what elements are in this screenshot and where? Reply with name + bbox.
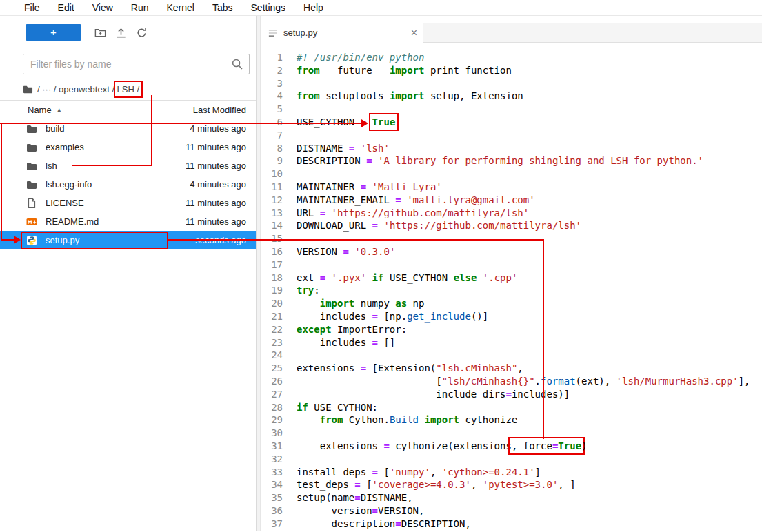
code-line-4[interactable]: 4from setuptools import setup, Extension: [261, 90, 762, 103]
code-text: setup(name=DISTNAME,: [297, 491, 413, 504]
code-line-8[interactable]: 8DISTNAME = 'lsh': [261, 142, 762, 155]
code-text: MAINTAINER_EMAIL = 'matti.lyra@gmail.com…: [297, 194, 535, 207]
code-line-18[interactable]: 18ext = '.pyx' if USE_CYTHON else '.cpp': [261, 272, 762, 285]
code-line-5[interactable]: 5: [261, 103, 762, 116]
code-text: from __future__ import print_function: [297, 64, 512, 77]
column-name[interactable]: Name: [28, 105, 52, 115]
new-launcher-button[interactable]: +: [26, 24, 81, 41]
line-number: 15: [261, 232, 283, 245]
line-number: 8: [261, 142, 283, 155]
line-number: 34: [261, 478, 283, 491]
code-text: DISTNAME = 'lsh': [297, 142, 390, 155]
code-line-22[interactable]: 22except ImportError:: [261, 323, 762, 336]
upload-icon[interactable]: [114, 26, 128, 39]
line-number: 36: [261, 504, 283, 518]
menu-edit[interactable]: Edit: [49, 2, 83, 13]
code-text: try:: [297, 284, 320, 297]
tab-setup-py[interactable]: setup.py ×: [261, 23, 423, 43]
menu-help[interactable]: Help: [294, 2, 332, 13]
line-number: 1: [261, 51, 283, 64]
code-text: from setuptools import setup, Extension: [297, 90, 523, 103]
code-line-37[interactable]: 37 description=DESCRIPTION,: [261, 518, 762, 531]
line-number: 17: [261, 258, 283, 272]
code-text: #! /usr/bin/env python: [297, 51, 424, 64]
file-row-setup.py[interactable]: setup.pyseconds ago: [0, 231, 256, 249]
code-line-19[interactable]: 19try:: [261, 284, 762, 297]
panel-splitter[interactable]: [256, 16, 261, 531]
code-line-21[interactable]: 21 includes = [np.get_include()]: [261, 310, 762, 323]
file-row-examples[interactable]: examples11 minutes ago: [0, 138, 256, 156]
code-line-35[interactable]: 35setup(name=DISTNAME,: [261, 491, 762, 504]
annotation-inline-box: True: [369, 113, 399, 131]
file-row-lsh[interactable]: lsh11 minutes ago: [0, 156, 256, 175]
code-line-17[interactable]: 17: [261, 258, 762, 272]
code-line-14[interactable]: 14DOWNLOAD_URL = 'https://github.com/mat…: [261, 219, 762, 232]
code-line-10[interactable]: 10: [261, 167, 762, 181]
code-text: DESCRIPTION = 'A library for performing …: [297, 154, 703, 167]
folder-icon: [26, 123, 37, 134]
menu-kernel[interactable]: Kernel: [157, 2, 203, 13]
code-line-24[interactable]: 24: [261, 349, 762, 362]
file-row-build[interactable]: build4 minutes ago: [0, 119, 256, 138]
search-icon: [230, 57, 244, 71]
file-browser-toolbar: +: [0, 24, 256, 41]
code-line-7[interactable]: 7: [261, 129, 762, 142]
code-line-28[interactable]: 28if USE_CYTHON:: [261, 401, 762, 414]
menu-tabs[interactable]: Tabs: [203, 2, 242, 13]
code-line-34[interactable]: 34test_deps = ['coverage>=4.0.3', 'pytes…: [261, 478, 762, 491]
code-line-3[interactable]: 3: [261, 77, 762, 90]
line-number: 3: [261, 77, 283, 90]
file-row-LICENSE[interactable]: LICENSE11 minutes ago: [0, 194, 256, 212]
file-modified: seconds ago: [195, 235, 246, 245]
file-modified: 11 minutes ago: [186, 161, 246, 171]
refresh-icon[interactable]: [135, 26, 148, 39]
file-modified: 4 minutes ago: [190, 123, 246, 134]
code-line-1[interactable]: 1#! /usr/bin/env python: [261, 51, 762, 64]
menu-run[interactable]: Run: [122, 2, 158, 13]
file-modified: 11 minutes ago: [186, 142, 246, 152]
code-line-33[interactable]: 33install_deps = ['numpy', 'cython>=0.24…: [261, 466, 762, 479]
code-line-36[interactable]: 36 version=VERSION,: [261, 504, 762, 518]
code-line-13[interactable]: 13URL = 'https://github.com/mattilyra/ls…: [261, 207, 762, 220]
line-number: 11: [261, 181, 283, 194]
code-line-6[interactable]: 6USE_CYTHON = True: [261, 116, 762, 129]
code-line-12[interactable]: 12MAINTAINER_EMAIL = 'matti.lyra@gmail.c…: [261, 194, 762, 207]
code-line-23[interactable]: 23 includes = []: [261, 336, 762, 349]
file-row-lsh.egg-info[interactable]: lsh.egg-info4 minutes ago: [0, 175, 256, 194]
code-line-31[interactable]: 31 extensions = cythonize(extensions, fo…: [261, 440, 762, 453]
code-line-25[interactable]: 25extensions = [Extension("lsh.cMinhash"…: [261, 362, 762, 375]
code-text: include_dirs=includes)]: [297, 388, 570, 401]
code-text: includes = []: [297, 336, 395, 349]
code-line-11[interactable]: 11MAINTAINER = 'Matti Lyra': [261, 181, 762, 194]
line-number: 13: [261, 207, 283, 220]
code-line-9[interactable]: 9DESCRIPTION = 'A library for performing…: [261, 154, 762, 167]
code-editor[interactable]: 1#! /usr/bin/env python2from __future__ …: [261, 43, 762, 531]
menu-settings[interactable]: Settings: [242, 2, 295, 13]
code-line-26[interactable]: 26 ["lsh/cMinhash{}".format(ext), 'lsh/M…: [261, 375, 762, 388]
breadcrumb-current-lsh[interactable]: LSH /: [114, 81, 143, 98]
filter-files-input[interactable]: [23, 59, 230, 70]
line-number: 4: [261, 90, 283, 103]
code-line-27[interactable]: 27 include_dirs=includes)]: [261, 388, 762, 401]
menu-view[interactable]: View: [83, 2, 122, 13]
code-line-2[interactable]: 2from __future__ import print_function: [261, 64, 762, 77]
code-line-15[interactable]: 15: [261, 232, 762, 245]
code-text: install_deps = ['numpy', 'cython>=0.24.1…: [297, 466, 541, 479]
tab-close-icon[interactable]: ×: [411, 28, 417, 39]
editor-panel: setup.py × 1#! /usr/bin/env python2from …: [261, 16, 762, 531]
line-number: 20: [261, 297, 283, 310]
line-number: 35: [261, 491, 283, 504]
file-row-README.md[interactable]: README.md11 minutes ago: [0, 212, 256, 231]
file-name: lsh.egg-info: [46, 179, 92, 190]
home-folder-icon[interactable]: [23, 84, 33, 94]
line-number: 33: [261, 466, 283, 479]
new-folder-icon[interactable]: [94, 26, 107, 39]
file-list: build4 minutes agoexamples11 minutes ago…: [0, 119, 256, 249]
code-line-20[interactable]: 20 import numpy as np: [261, 297, 762, 310]
code-line-29[interactable]: 29 from Cython.Build import cythonize: [261, 413, 762, 427]
column-last-modified[interactable]: Last Modified: [193, 105, 246, 115]
menu-file[interactable]: File: [15, 2, 49, 13]
file-name: README.md: [46, 216, 99, 227]
code-line-16[interactable]: 16VERSION = '0.3.0': [261, 245, 762, 258]
breadcrumb-path[interactable]: / ··· / openwebtext /: [37, 84, 117, 94]
